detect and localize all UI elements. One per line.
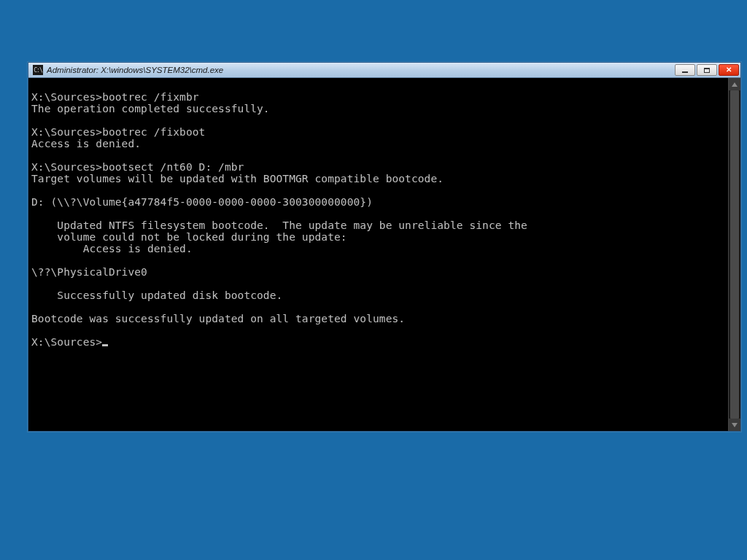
- terminal-line: Updated NTFS filesystem bootcode. The up…: [31, 219, 725, 231]
- terminal-line: [31, 114, 725, 126]
- window-title: Administrator: X:\windows\SYSTEM32\cmd.e…: [47, 66, 675, 74]
- terminal-line: D: (\\?\Volume{a47784f5-0000-0000-0000-3…: [31, 196, 725, 208]
- terminal-line: [31, 301, 725, 313]
- terminal-line: [31, 324, 725, 336]
- chevron-up-icon: [732, 82, 738, 87]
- scroll-down-button[interactable]: [729, 419, 740, 431]
- terminal-body: X:\Sources>bootrec /fixmbrThe operation …: [28, 78, 740, 431]
- terminal-line: The operation completed successfully.: [31, 103, 725, 114]
- terminal-line: Bootcode was successfully updated on all…: [31, 313, 725, 324]
- terminal-line: Access is denied.: [31, 243, 725, 254]
- terminal-line: X:\Sources>bootrec /fixmbr: [31, 91, 725, 103]
- terminal-line: volume could not be locked during the up…: [31, 231, 725, 243]
- vertical-scrollbar[interactable]: [728, 78, 740, 431]
- prompt-text: X:\Sources>: [31, 336, 102, 348]
- cmd-icon: C:\: [33, 65, 43, 75]
- terminal-line: [31, 149, 725, 161]
- terminal-line: [31, 278, 725, 289]
- cmd-window: C:\ Administrator: X:\windows\SYSTEM32\c…: [28, 62, 741, 432]
- terminal-line: Target volumes will be updated with BOOT…: [31, 173, 725, 184]
- chevron-down-icon: [732, 423, 738, 427]
- terminal-line: X:\Sources>bootsect /nt60 D: /mbr: [31, 161, 725, 173]
- minimize-icon: [682, 71, 688, 73]
- cursor: [102, 344, 108, 346]
- scrollbar-thumb[interactable]: [730, 90, 739, 419]
- close-icon: ✕: [726, 66, 732, 74]
- scroll-up-button[interactable]: [729, 78, 740, 90]
- terminal-line: Access is denied.: [31, 138, 725, 149]
- titlebar[interactable]: C:\ Administrator: X:\windows\SYSTEM32\c…: [28, 63, 740, 78]
- window-controls: ✕: [675, 64, 739, 76]
- terminal-line: X:\Sources>bootrec /fixboot: [31, 126, 725, 138]
- terminal-line: [31, 208, 725, 219]
- terminal-prompt-line: X:\Sources>: [31, 336, 725, 348]
- terminal-line: Successfully updated disk bootcode.: [31, 289, 725, 301]
- terminal-output[interactable]: X:\Sources>bootrec /fixmbrThe operation …: [28, 78, 728, 431]
- terminal-line: [31, 79, 725, 91]
- maximize-icon: [704, 68, 710, 73]
- minimize-button[interactable]: [675, 64, 695, 76]
- terminal-line: [31, 254, 725, 266]
- close-button[interactable]: ✕: [719, 64, 739, 76]
- terminal-line: \??\PhysicalDrive0: [31, 266, 725, 278]
- maximize-button[interactable]: [697, 64, 717, 76]
- scrollbar-track[interactable]: [729, 90, 740, 419]
- terminal-line: [31, 184, 725, 196]
